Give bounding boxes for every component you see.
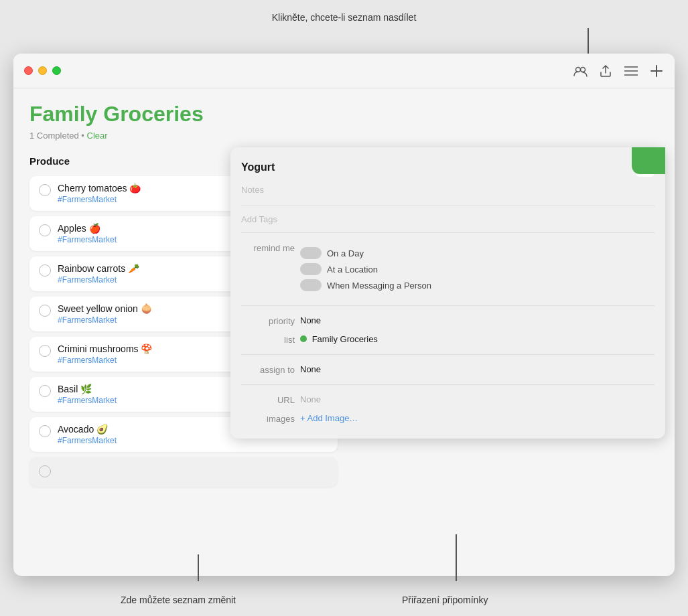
separator xyxy=(241,232,655,233)
detail-title: Yogurt xyxy=(241,161,275,173)
url-label: URL xyxy=(241,394,295,405)
list-view-icon[interactable] xyxy=(624,64,638,78)
list-field: list Family Groceries xyxy=(241,330,655,349)
item-checkbox[interactable] xyxy=(39,305,51,317)
minimize-button[interactable] xyxy=(38,66,47,75)
clear-button[interactable]: Clear xyxy=(87,131,108,141)
item-checkbox[interactable] xyxy=(39,425,51,437)
collaborators-icon[interactable] xyxy=(573,64,588,78)
at-location-label: At a Location xyxy=(327,264,378,275)
url-field: URL None xyxy=(241,390,655,409)
green-corner-accent xyxy=(632,147,665,174)
on-a-day-label: On a Day xyxy=(327,248,364,258)
remind-when-messaging[interactable]: When Messaging a Person xyxy=(300,277,431,293)
images-label: images xyxy=(241,413,295,424)
item-checkbox[interactable] xyxy=(39,184,51,196)
traffic-lights xyxy=(24,66,61,75)
maximize-button[interactable] xyxy=(52,66,61,75)
add-image-button[interactable]: + Add Image… xyxy=(300,413,358,423)
annotation-line-right xyxy=(456,534,457,581)
priority-value[interactable]: None xyxy=(300,315,655,325)
add-image-label: + Add Image… xyxy=(300,413,358,423)
list-name: Family Groceries xyxy=(312,334,378,344)
list-label: list xyxy=(241,334,295,345)
detail-header: Yogurt ⚑ xyxy=(241,158,655,177)
item-checkbox[interactable] xyxy=(39,224,51,236)
at-location-toggle[interactable] xyxy=(300,263,322,275)
separator xyxy=(241,305,655,306)
separator xyxy=(241,354,655,355)
list-value[interactable]: Family Groceries xyxy=(300,334,655,344)
list-item-empty[interactable] xyxy=(29,457,338,487)
detail-panel: Yogurt ⚑ Notes Add Tags remind me On a D… xyxy=(230,147,665,439)
remind-me-label: remind me xyxy=(241,242,295,253)
close-button[interactable] xyxy=(24,66,33,75)
priority-field: priority None xyxy=(241,311,655,330)
app-subtitle: 1 Completed • Clear xyxy=(29,131,659,141)
annotation-line-left xyxy=(198,554,199,581)
item-checkbox[interactable] xyxy=(39,345,51,357)
priority-label: priority xyxy=(241,315,295,326)
app-title: Family Groceries xyxy=(29,102,659,127)
columns-container: Produce ··· Cherry tomatoes 🍅 #FarmersMa… xyxy=(29,154,659,492)
remind-at-location[interactable]: At a Location xyxy=(300,261,431,277)
svg-point-1 xyxy=(581,67,586,72)
annotation-bottom-right: Přiřazení připomínky xyxy=(402,595,488,605)
item-checkbox[interactable] xyxy=(39,264,51,277)
item-checkbox[interactable] xyxy=(39,465,51,477)
remind-me-field: remind me On a Day At a Location When xyxy=(241,238,655,300)
detail-tags[interactable]: Add Tags xyxy=(241,212,655,227)
separator xyxy=(241,384,655,385)
assign-value[interactable]: None xyxy=(300,364,655,374)
separator xyxy=(241,206,655,206)
remind-options: On a Day At a Location When Messaging a … xyxy=(300,242,431,296)
main-window: Family Groceries 1 Completed • Clear Pro… xyxy=(13,54,675,576)
titlebar-actions xyxy=(573,64,664,78)
produce-title: Produce xyxy=(29,155,70,167)
add-icon[interactable] xyxy=(649,64,664,78)
detail-notes[interactable]: Notes xyxy=(241,182,655,200)
titlebar xyxy=(13,54,675,88)
assign-label: assign to xyxy=(241,364,295,375)
when-messaging-label: When Messaging a Person xyxy=(327,281,431,291)
on-a-day-toggle[interactable] xyxy=(300,247,322,259)
item-checkbox[interactable] xyxy=(39,385,51,397)
list-color-dot xyxy=(300,335,307,342)
when-messaging-toggle[interactable] xyxy=(300,279,322,291)
share-icon[interactable] xyxy=(598,64,613,78)
annotation-bottom-left: Zde můžete seznam změnit xyxy=(121,595,236,605)
assign-field: assign to None xyxy=(241,360,655,379)
url-value[interactable]: None xyxy=(300,394,655,404)
remind-on-a-day[interactable]: On a Day xyxy=(300,245,431,261)
images-field: images + Add Image… xyxy=(241,409,655,428)
annotation-top: Klikněte, chcete-li seznam nasdílet xyxy=(0,12,688,23)
content-area: Family Groceries 1 Completed • Clear Pro… xyxy=(13,88,675,576)
